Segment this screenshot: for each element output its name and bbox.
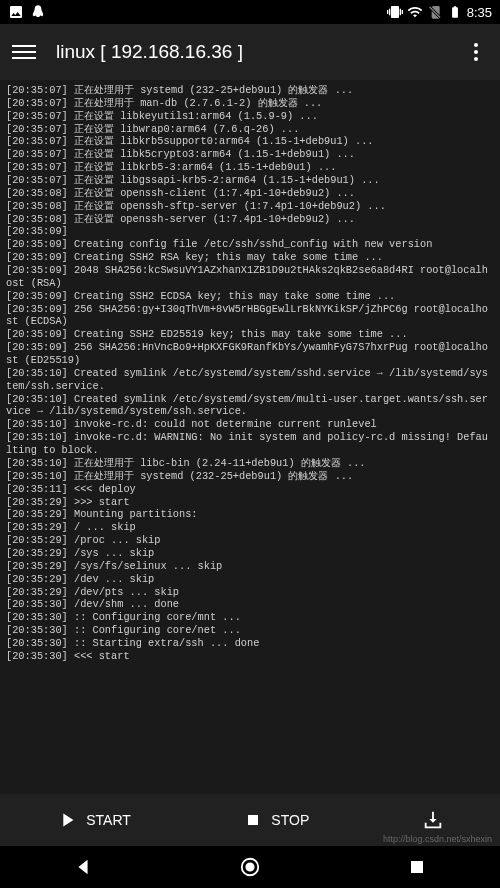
home-button[interactable] — [238, 855, 262, 879]
android-nav-bar — [0, 846, 500, 888]
terminal-line: [20:35:29] /sys/fs/selinux ... skip — [6, 560, 494, 573]
start-button[interactable]: START — [44, 801, 143, 839]
terminal-line: [20:35:07] 正在设置 libk5crypto3:arm64 (1.15… — [6, 148, 494, 161]
terminal-line: [20:35:10] Created symlink /etc/systemd/… — [6, 393, 494, 419]
terminal-line: [20:35:11] <<< deploy — [6, 483, 494, 496]
svg-point-1 — [246, 863, 253, 870]
terminal-line: [20:35:07] 正在设置 libkrb5-3:arm64 (1.15-1+… — [6, 161, 494, 174]
terminal-line: [20:35:09] Creating config file /etc/ssh… — [6, 238, 494, 251]
app-title: linux [ 192.168.16.36 ] — [56, 41, 464, 63]
download-icon — [422, 809, 444, 831]
terminal-line: [20:35:29] Mounting partitions: — [6, 508, 494, 521]
terminal-line: [20:35:08] 正在设置 openssh-server (1:7.4p1-… — [6, 213, 494, 226]
terminal-line: [20:35:30] :: Configuring core/net ... — [6, 624, 494, 637]
terminal-line: [20:35:09] — [6, 225, 494, 238]
terminal-line: [20:35:07] 正在处理用于 man-db (2.7.6.1-2) 的触发… — [6, 97, 494, 110]
more-icon[interactable] — [464, 43, 488, 61]
image-icon — [8, 4, 24, 20]
terminal-line: [20:35:10] 正在处理用于 systemd (232-25+deb9u1… — [6, 470, 494, 483]
play-icon — [56, 809, 78, 831]
battery-icon — [447, 4, 463, 20]
no-sim-icon — [427, 4, 443, 20]
terminal-line: [20:35:07] 正在设置 libgssapi-krb5-2:arm64 (… — [6, 174, 494, 187]
app-bar: linux [ 192.168.16.36 ] — [0, 24, 500, 80]
terminal-line: [20:35:30] :: Configuring core/mnt ... — [6, 611, 494, 624]
terminal-output[interactable]: [20:35:07] 正在处理用于 systemd (232-25+deb9u1… — [0, 80, 500, 794]
vibrate-icon — [387, 4, 403, 20]
terminal-line: [20:35:29] >>> start — [6, 496, 494, 509]
terminal-line: [20:35:09] 256 SHA256:HnVncBo9+HpKXFGK9R… — [6, 341, 494, 367]
stop-label: STOP — [271, 812, 309, 828]
terminal-line: [20:35:10] 正在处理用于 libc-bin (2.24-11+deb9… — [6, 457, 494, 470]
terminal-line: [20:35:30] /dev/shm ... done — [6, 598, 494, 611]
terminal-line: [20:35:09] Creating SSH2 RSA key; this m… — [6, 251, 494, 264]
terminal-line: [20:35:29] / ... skip — [6, 521, 494, 534]
terminal-line: [20:35:08] 正在设置 openssh-sftp-server (1:7… — [6, 200, 494, 213]
start-label: START — [86, 812, 131, 828]
terminal-line: [20:35:07] 正在处理用于 systemd (232-25+deb9u1… — [6, 84, 494, 97]
terminal-line: [20:35:07] 正在设置 libkrb5support0:arm64 (1… — [6, 135, 494, 148]
wifi-icon — [407, 4, 423, 20]
terminal-line: [20:35:08] 正在设置 openssh-client (1:7.4p1-… — [6, 187, 494, 200]
svg-rect-2 — [411, 861, 423, 873]
terminal-line: [20:35:09] 2048 SHA256:kcSwsuVY1AZxhanX1… — [6, 264, 494, 290]
watermark: http://blog.csdn.net/sxhexin — [383, 834, 492, 844]
terminal-line: [20:35:09] 256 SHA256:gy+I30qThVm+8vW5rH… — [6, 303, 494, 329]
terminal-line: [20:35:29] /dev/pts ... skip — [6, 586, 494, 599]
terminal-line: [20:35:29] /sys ... skip — [6, 547, 494, 560]
terminal-line: [20:35:29] /proc ... skip — [6, 534, 494, 547]
terminal-line: [20:35:30] :: Starting extra/ssh ... don… — [6, 637, 494, 650]
terminal-line: [20:35:09] Creating SSH2 ECDSA key; this… — [6, 290, 494, 303]
android-status-bar: 8:35 — [0, 0, 500, 24]
terminal-line: [20:35:29] /dev ... skip — [6, 573, 494, 586]
recents-button[interactable] — [405, 855, 429, 879]
terminal-line: [20:35:09] Creating SSH2 ED25519 key; th… — [6, 328, 494, 341]
terminal-line: [20:35:10] invoke-rc.d: could not determ… — [6, 418, 494, 431]
terminal-line: [20:35:07] 正在设置 libkeyutils1:arm64 (1.5.… — [6, 110, 494, 123]
status-time: 8:35 — [467, 5, 492, 20]
menu-icon[interactable] — [12, 40, 36, 64]
terminal-line: [20:35:10] Created symlink /etc/systemd/… — [6, 367, 494, 393]
terminal-line: [20:35:10] invoke-rc.d: WARNING: No init… — [6, 431, 494, 457]
terminal-line: [20:35:30] <<< start — [6, 650, 494, 663]
terminal-line: [20:35:07] 正在设置 libwrap0:arm64 (7.6.q-26… — [6, 123, 494, 136]
stop-icon — [243, 810, 263, 830]
stop-button[interactable]: STOP — [231, 802, 321, 838]
penguin-icon — [30, 4, 46, 20]
back-button[interactable] — [71, 855, 95, 879]
